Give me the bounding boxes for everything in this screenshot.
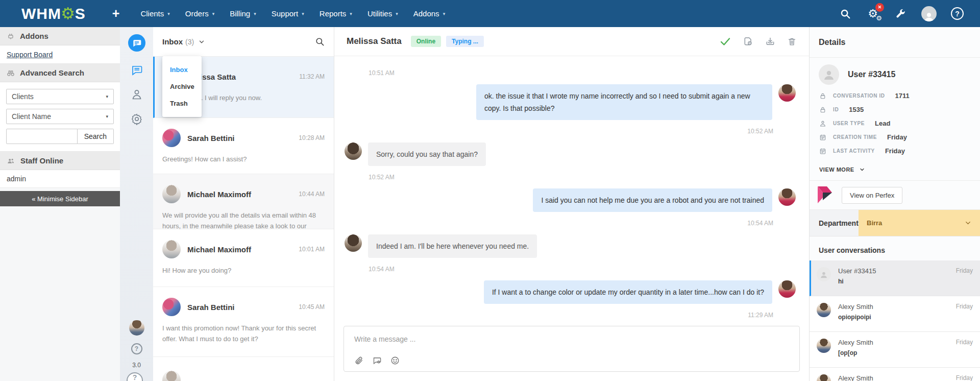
menu-orders[interactable]: Orders▾	[178, 4, 222, 23]
minimise-sidebar-button[interactable]: « Minimise Sidebar	[0, 191, 120, 206]
conversation-item[interactable]: Sarah Bettini 10:28 AM Greetings! How ca…	[153, 118, 334, 174]
rail-users-tab[interactable]	[131, 88, 143, 101]
floating-help-icon[interactable]: ?	[127, 372, 143, 381]
department-label: Department	[810, 210, 859, 236]
dropdown-option-trash[interactable]: Trash	[162, 95, 202, 112]
saved-replies-icon[interactable]	[372, 356, 382, 365]
menu-reports[interactable]: Reports▾	[312, 4, 360, 23]
calendar-icon	[819, 134, 826, 141]
system-tools-icon[interactable]	[894, 7, 907, 20]
avatar	[345, 234, 362, 252]
rail-settings-tab[interactable]	[131, 113, 143, 125]
detail-field: LAST ACTIVITY Friday	[810, 144, 980, 158]
navbar-right-icons: ⚙ ⚙ ✕ ?	[839, 6, 964, 21]
version-label: 3.0	[132, 362, 141, 369]
help-icon[interactable]: ?	[951, 7, 964, 20]
search-button[interactable]: Search	[78, 129, 114, 144]
message-list: 10:51 AM ok. the issue it that I wrote m…	[334, 57, 809, 325]
user-conversation-row[interactable]: Alexy Smith [op[op Friday	[810, 332, 980, 368]
user-avatar-placeholder	[819, 64, 839, 85]
dropdown-option-inbox[interactable]: Inbox	[162, 61, 202, 78]
timestamp: 10:51 AM	[345, 69, 796, 77]
chevron-down-icon: ▾	[212, 11, 215, 16]
conversation-search-icon[interactable]	[315, 37, 325, 46]
online-status-badge: Online	[411, 36, 441, 47]
menu-billing[interactable]: Billing▾	[222, 4, 264, 23]
delete-conversation-icon[interactable]	[787, 37, 797, 46]
timestamp: 11:29 AM	[345, 312, 796, 319]
avatar	[778, 84, 796, 102]
department-row: Department Birra	[810, 210, 980, 236]
detail-field: ID 1535	[810, 103, 980, 116]
automation-status-icon[interactable]: ⚙ ⚙ ✕	[866, 7, 879, 20]
perfex-logo	[817, 186, 833, 204]
chat-user-name: Melissa Satta	[347, 36, 402, 46]
download-conversation-icon[interactable]	[765, 36, 775, 46]
search-input[interactable]	[6, 129, 78, 144]
chevron-down-icon: ▾	[443, 11, 446, 16]
user-conversation-row[interactable]: User #33415 hi Friday	[810, 260, 980, 296]
chevron-down-icon	[859, 166, 865, 173]
chat-panel: Melissa Satta Online Typing ... 10:51 AM	[334, 27, 809, 381]
conversation-item[interactable]: Michael Maximoff 10:01 AM Hi! How are yo…	[153, 229, 334, 287]
avatar	[162, 185, 181, 203]
department-select[interactable]: Birra	[859, 210, 980, 236]
sidebar-section-title: Advanced Search	[20, 68, 84, 77]
message-input[interactable]	[344, 326, 799, 343]
avatar	[162, 371, 181, 381]
intelligent-search-icon[interactable]	[839, 7, 852, 20]
conversation-item[interactable]: Sarah Bettini 10:45 AM I want this promo…	[153, 287, 334, 357]
view-more-toggle[interactable]: VIEW MORE	[810, 158, 980, 181]
rail-help-icon[interactable]: ?	[131, 343, 142, 354]
chevron-down-icon[interactable]	[198, 38, 205, 45]
menu-clients[interactable]: Clients▾	[133, 4, 177, 23]
menu-support[interactable]: Support▾	[264, 4, 312, 23]
sidebar-section-addons: Addons	[0, 27, 120, 45]
main-menu: Clients▾ Orders▾ Billing▾ Support▾ Repor…	[133, 4, 453, 23]
typing-indicator-badge: Typing ...	[446, 36, 484, 47]
attachment-icon[interactable]	[354, 356, 363, 365]
inbox-filter-label[interactable]: Inbox	[162, 37, 183, 46]
mark-read-icon[interactable]	[719, 35, 731, 47]
message-composer	[344, 326, 800, 372]
view-on-perfex-button[interactable]: View on Perfex	[842, 187, 902, 204]
avatar	[162, 298, 181, 316]
dropdown-option-archive[interactable]: Archive	[162, 78, 202, 95]
inbox-count: (3)	[185, 38, 194, 46]
avatar	[162, 129, 181, 147]
staff-online-item: admin	[0, 170, 120, 188]
whmcs-logo[interactable]: WHM⚙S	[21, 5, 86, 22]
support-board-logo[interactable]	[128, 34, 145, 52]
support-board-link[interactable]: Support Board	[7, 51, 53, 59]
emoji-icon[interactable]	[390, 356, 400, 365]
visitor-message: ok. the issue it that I wrote my name in…	[345, 84, 796, 120]
chevron-down-icon	[964, 219, 972, 227]
logo-text-suffix: S	[75, 5, 86, 22]
avatar	[778, 280, 796, 298]
avatar	[817, 339, 831, 353]
details-user-name: User #33415	[848, 70, 895, 79]
transcript-notes-icon[interactable]	[743, 36, 753, 46]
search-field-select[interactable]: Client Name ▾	[6, 109, 114, 124]
logo-gear-icon: ⚙	[61, 6, 76, 21]
details-panel: Details User #33415 CONVERSATION ID 1711…	[809, 27, 980, 381]
details-title: Details	[810, 27, 980, 58]
user-conversations-title: User conversations	[810, 236, 980, 260]
user-conversation-row[interactable]: Alexy Smith Friday	[810, 368, 980, 381]
rail-conversations-tab[interactable]	[131, 64, 143, 76]
sidebar-section-title: Staff Online	[20, 156, 63, 165]
chevron-down-icon: ▾	[254, 11, 256, 16]
conversation-item[interactable]: Michael Maximoff 10:44 AM We will provid…	[153, 174, 334, 229]
quick-add-button[interactable]: +	[112, 6, 120, 21]
chevron-down-icon: ▾	[302, 11, 304, 16]
inbox-filter-dropdown: Inbox Archive Trash	[162, 56, 202, 117]
user-conversation-row[interactable]: Alexy Smith opiopipoipi Friday	[810, 296, 980, 332]
conversation-item[interactable]	[153, 357, 334, 381]
agent-profile-avatar[interactable]	[129, 320, 144, 336]
sidebar-section-staff-online: Staff Online	[0, 152, 120, 170]
menu-addons[interactable]: Addons▾	[406, 4, 453, 23]
account-avatar[interactable]	[921, 6, 937, 21]
detail-field: CREATION TIME Friday	[810, 130, 980, 144]
menu-utilities[interactable]: Utilities▾	[360, 4, 406, 23]
search-type-select[interactable]: Clients ▾	[6, 89, 114, 104]
